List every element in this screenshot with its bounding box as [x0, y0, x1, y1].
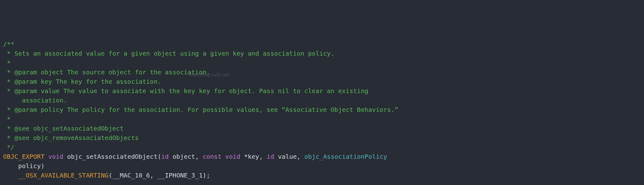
comment-line: /**	[3, 40, 14, 48]
availability-macro: __OSX_AVAILABLE_STARTING	[18, 172, 108, 179]
star: *	[240, 153, 248, 160]
code-line: __OSX_AVAILABLE_STARTING(__MAC_10_6, __I…	[3, 172, 210, 179]
paren-close: )	[41, 162, 44, 170]
type-id: id	[267, 153, 274, 160]
function-name: objc_setAssociatedObject	[67, 153, 158, 160]
param-name: policy	[18, 162, 41, 170]
comment-line: * @param policy The policy for the assoc…	[3, 106, 398, 113]
export-macro: OBJC_EXPORT	[3, 153, 44, 160]
comment-line: * @see objc_setAssociatedObject	[3, 125, 123, 132]
param-name: object	[173, 153, 195, 160]
comment-line: * @param object The source object for th…	[3, 68, 210, 76]
paren-open: (	[158, 153, 161, 160]
comment-line: * @param key The key for the association…	[3, 78, 161, 85]
keyword-void: void	[225, 153, 240, 160]
comma: ,	[259, 153, 267, 160]
comment-line: */	[3, 143, 14, 151]
comment-line: * Sets an associated value for a given o…	[3, 50, 335, 57]
watermark: http://blog.csdn.net/	[189, 71, 230, 78]
param-name: value	[278, 153, 297, 160]
code-line: policy)	[3, 162, 44, 170]
comment-line: *	[3, 59, 11, 67]
comment-line: * @param value The value to associate wi…	[3, 87, 368, 95]
keyword-const: const	[203, 153, 221, 160]
type-custom: objc_AssociationPolicy	[304, 153, 387, 160]
comma: ,	[297, 153, 304, 160]
keyword-void: void	[48, 153, 63, 160]
comma: ,	[195, 153, 203, 160]
comment-line: * @see objc_removeAssociatedObjects	[3, 134, 138, 142]
type-id: id	[161, 153, 169, 160]
comment-line: association.	[3, 97, 67, 104]
param-name: key	[248, 153, 259, 160]
comment-line: *	[3, 115, 11, 123]
availability-args: (__MAC_10_6, __IPHONE_3_1);	[108, 172, 210, 179]
code-editor: /** * Sets an associated value for a giv…	[3, 39, 641, 180]
code-line: OBJC_EXPORT void objc_setAssociatedObjec…	[3, 153, 387, 160]
